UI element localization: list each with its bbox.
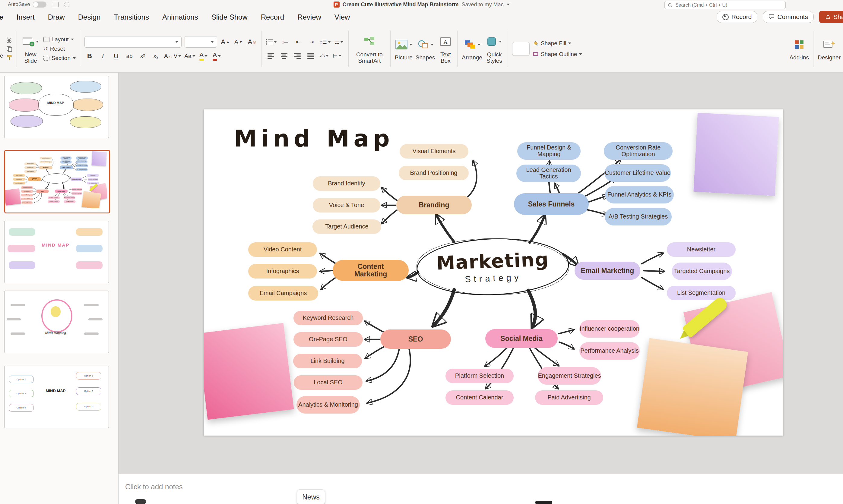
- slide-thumbnail-1[interactable]: MIND MAP: [4, 76, 109, 138]
- mindmap-subtopic[interactable]: Funnel Analytics & KPIs: [605, 186, 674, 203]
- mindmap-subtopic[interactable]: Keyword Research: [294, 311, 363, 325]
- ribbon-tab-slide-show[interactable]: Slide Show: [211, 12, 248, 23]
- mindmap-subtopic[interactable]: Target Audience: [313, 219, 381, 234]
- increase-indent-button[interactable]: ⇥: [306, 36, 317, 47]
- mindmap-subtopic[interactable]: Video Content: [248, 242, 317, 257]
- search-box[interactable]: [665, 1, 786, 9]
- ribbon-tab-review[interactable]: Review: [297, 12, 322, 23]
- grid-icon[interactable]: [52, 2, 58, 7]
- save-icon[interactable]: [64, 2, 69, 7]
- slide-thumbnail-5[interactable]: MIND MAPOption 1Option 2Option 3Option 4…: [4, 366, 109, 428]
- mindmap-subtopic[interactable]: Customer Lifetime Value: [604, 164, 671, 182]
- align-right-button[interactable]: [292, 50, 302, 61]
- mindmap-subtopic[interactable]: Newsletter: [667, 242, 736, 257]
- picture-button[interactable]: Picture: [395, 37, 412, 60]
- align-text-button[interactable]: ⊢: [332, 50, 342, 61]
- addins-button[interactable]: Add-ins: [790, 37, 809, 60]
- share-button[interactable]: Share: [819, 11, 843, 23]
- mindmap-subtopic[interactable]: Performance Analysis: [579, 342, 640, 360]
- character-spacing-button[interactable]: A↔V: [164, 51, 181, 61]
- slide-thumbnail-4[interactable]: MIND Mapping: [4, 291, 109, 353]
- mindmap-subtopic[interactable]: Lead Generation Tactics: [516, 165, 581, 182]
- mindmap-subtopic[interactable]: Paid Advertising: [535, 390, 603, 405]
- clear-format-button[interactable]: A⦻: [247, 36, 257, 47]
- mindmap-subtopic[interactable]: Voice & Tone: [313, 198, 380, 213]
- numbering-button[interactable]: 1—: [280, 36, 290, 47]
- reset-button[interactable]: ↺Reset: [43, 46, 76, 52]
- mindmap-subtopic[interactable]: Influencer cooperation: [579, 320, 640, 338]
- mindmap-branch-social_media[interactable]: Social Media: [485, 329, 558, 348]
- ribbon-tab-design[interactable]: Design: [77, 12, 101, 23]
- search-input[interactable]: [675, 2, 783, 8]
- mindmap-branch-email_marketing[interactable]: Email Marketing: [575, 262, 640, 280]
- mindmap-subtopic[interactable]: Brand Positioning: [399, 166, 469, 180]
- mindmap-subtopic[interactable]: Link Building: [293, 354, 362, 368]
- mindmap-subtopic[interactable]: Analytics & Monitoring: [297, 396, 360, 414]
- mindmap-subtopic[interactable]: Infographics: [248, 264, 317, 278]
- section-button[interactable]: Section: [43, 55, 76, 61]
- decrease-font-button[interactable]: A▼: [233, 36, 244, 47]
- ribbon-tab-transitions[interactable]: Transitions: [113, 12, 149, 23]
- text-highlight-button[interactable]: A: [198, 51, 209, 61]
- mindmap-branch-branding[interactable]: Branding: [396, 196, 472, 214]
- shapes-button[interactable]: Shapes: [416, 37, 435, 60]
- cut-button[interactable]: [6, 37, 12, 43]
- subscript-button[interactable]: x₂: [151, 51, 161, 61]
- slide-title[interactable]: Mind Map: [234, 125, 394, 152]
- superscript-button[interactable]: x²: [138, 51, 148, 61]
- font-color-button[interactable]: A: [212, 51, 222, 61]
- shape-fill-button[interactable]: Shape Fill: [533, 40, 582, 47]
- decrease-indent-button[interactable]: ⇤: [293, 36, 303, 47]
- sticky-note-pink-left[interactable]: [204, 323, 294, 420]
- mindmap-subtopic[interactable]: Conversion Rate Optimization: [604, 142, 672, 160]
- increase-font-button[interactable]: A▲: [220, 36, 230, 47]
- format-painter-button[interactable]: [6, 55, 12, 60]
- font-size-select[interactable]: [185, 36, 217, 48]
- mindmap-subtopic[interactable]: Content Calendar: [445, 390, 514, 405]
- shape-style-gallery[interactable]: [512, 42, 530, 56]
- comments-button[interactable]: Comments: [763, 11, 814, 23]
- font-name-select[interactable]: [85, 36, 181, 48]
- notes-placeholder[interactable]: Click to add notes: [125, 483, 183, 491]
- convert-smartart-button[interactable]: Convert to SmartArt: [353, 34, 386, 64]
- mindmap-subtopic[interactable]: Funnel Design & Mapping: [517, 142, 581, 160]
- mindmap-subtopic[interactable]: Local SEO: [294, 375, 363, 390]
- slide-thumbnail-2-selected[interactable]: BrandingVisual ElementsBrand Positioning…: [4, 150, 110, 213]
- strikethrough-button[interactable]: ab: [124, 51, 135, 61]
- new-slide-button[interactable]: New Slide: [21, 34, 40, 64]
- mindmap-subtopic[interactable]: On-Page SEO: [294, 332, 363, 347]
- mindmap-branch-content_marketing[interactable]: Content Marketing: [333, 260, 409, 281]
- mindmap-subtopic[interactable]: Engagement Strategies: [538, 367, 601, 385]
- mindmap-subtopic[interactable]: Email Campaigns: [248, 286, 318, 301]
- bullets-button[interactable]: [266, 36, 277, 47]
- ribbon-tab-record[interactable]: Record: [260, 12, 285, 23]
- ribbon-tab-home[interactable]: Home: [0, 12, 4, 23]
- italic-button[interactable]: I: [98, 51, 108, 61]
- notes-panel[interactable]: Click to add notes: [119, 474, 843, 504]
- ribbon-tab-insert[interactable]: Insert: [16, 12, 35, 23]
- record-button[interactable]: Record: [717, 11, 758, 23]
- mindmap-center[interactable]: Marketing Strategy: [416, 236, 570, 298]
- designer-button[interactable]: Designer: [818, 37, 841, 60]
- autosave-toggle[interactable]: AutoSave: [8, 1, 47, 7]
- align-left-button[interactable]: [266, 50, 276, 61]
- ribbon-tab-view[interactable]: View: [334, 12, 351, 23]
- columns-button[interactable]: ⚏: [334, 36, 344, 47]
- mindmap-branch-sales_funnels[interactable]: Sales Funnels: [514, 193, 589, 215]
- dock-news-label[interactable]: News: [297, 489, 325, 504]
- arrange-button[interactable]: Arrange: [462, 37, 482, 60]
- mindmap-subtopic[interactable]: Visual Elements: [400, 144, 469, 159]
- mindmap-subtopic[interactable]: Brand Identity: [313, 176, 380, 191]
- justify-button[interactable]: [305, 50, 316, 61]
- save-status[interactable]: Saved to my Mac: [462, 1, 504, 8]
- mindmap-subtopic[interactable]: Platform Selection: [445, 368, 514, 383]
- text-direction-button[interactable]: ⤺: [319, 50, 329, 61]
- bold-button[interactable]: B: [85, 51, 95, 61]
- underline-button[interactable]: U: [111, 51, 121, 61]
- change-case-button[interactable]: Aa: [184, 51, 195, 61]
- mindmap-subtopic[interactable]: Targeted Campaigns: [672, 263, 732, 280]
- ribbon-tab-draw[interactable]: Draw: [47, 12, 66, 23]
- paste-button[interactable]: Paste: [0, 35, 3, 62]
- layout-button[interactable]: Layout: [43, 36, 76, 43]
- line-spacing-button[interactable]: ↕☰: [320, 36, 331, 47]
